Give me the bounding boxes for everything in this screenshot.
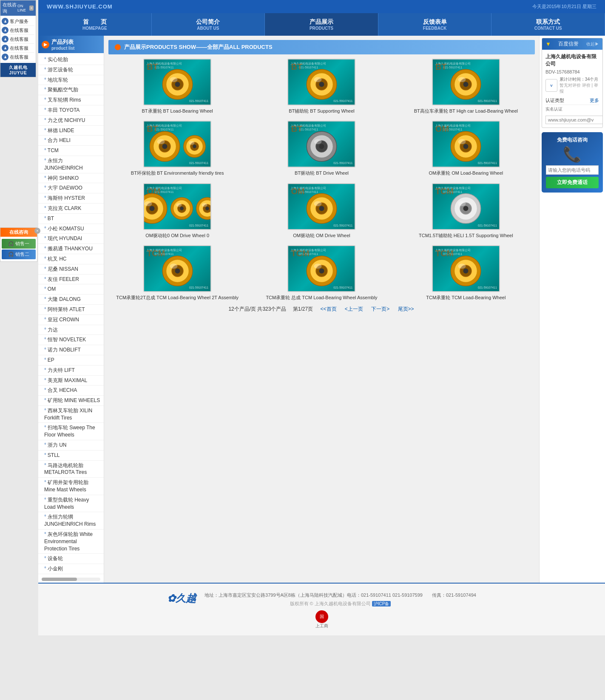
product-name-6: OM驱动轮0 OM Drive Wheel 0 — [108, 232, 246, 239]
sidebar-scrollbar[interactable] — [42, 578, 100, 581]
sidebar-item-11[interactable]: 神冈 SHINKO — [38, 173, 104, 184]
sidebar-item-27[interactable]: 恒智 NOVELTEK — [38, 335, 104, 345]
sidebar-item-3[interactable]: 聚氨酯空气胎 — [38, 85, 104, 95]
sidebar-item-26[interactable]: 力达 — [38, 325, 104, 335]
nav-about[interactable]: 公司简介 ABOUT US — [152, 13, 265, 36]
search-input[interactable] — [545, 116, 603, 124]
sidebar-item-4[interactable]: 叉车轮辋 Rims — [38, 95, 104, 105]
nav-contact[interactable]: 联系方式 CONTACT US — [491, 13, 605, 36]
sidebar-item-42[interactable]: 灰色环保轮胎 White Environmental Protection Ti… — [38, 530, 104, 554]
sidebar-item-30[interactable]: 力夫特 LIFT — [38, 366, 104, 376]
sidebar-item-10[interactable]: 永恒力 JUNGHEINRICH — [38, 156, 104, 173]
product-item-8[interactable]: 上海久越机电设备有限公司 021-59107411TCM021-59107411… — [397, 183, 535, 239]
sidebar-item-44[interactable]: 小金刚 — [38, 564, 104, 574]
sidebar-item-20[interactable]: 尼桑 NISSAN — [38, 264, 104, 275]
sidebar-item-35[interactable]: 扫地车轮 Sweep The Floor Wheels — [38, 423, 104, 440]
nav-feedback[interactable]: 反馈表单 FEEDBACK — [378, 13, 492, 36]
sidebar-item-16[interactable]: 小松 KOMATSU — [38, 224, 104, 234]
sidebar-item-41[interactable]: 永恒力轮辋 JUNGHEINRICH Rims — [38, 512, 104, 530]
sidebar-item-0[interactable]: 实心轮胎 — [38, 55, 104, 65]
last-page-link[interactable]: 尾页>> — [398, 306, 414, 312]
consult-close-button[interactable]: × — [34, 228, 40, 234]
consult-sales-2[interactable]: 🎧 销售二 — [2, 249, 36, 259]
chat-close-button[interactable]: × — [29, 6, 34, 11]
product-item-6[interactable]: 上海久越机电设备有限公司 021-59107411OM021-59107411O… — [108, 183, 246, 239]
svg-point-28 — [319, 144, 324, 149]
sidebar-item-40[interactable]: 重型负载轮 Heavy Load Wheels — [38, 495, 104, 513]
sidebar-item-1[interactable]: 游艺设备轮 — [38, 65, 104, 75]
product-item-0[interactable]: 上海久越机电设备有限公司 021-59107411BT021-59107411B… — [108, 59, 246, 114]
sidebar-item-34[interactable]: 西林叉车轮胎 XILIN Forklift Tires — [38, 406, 104, 423]
sidebar-item-23[interactable]: 大隆 DALONG — [38, 295, 104, 305]
no-review-text: 暂无对评价 评价 | 举报 — [560, 82, 599, 94]
chat-online-4[interactable]: ♟ 在线客服 — [2, 53, 34, 62]
sidebar-item-8[interactable]: 合力 HELI — [38, 136, 104, 146]
prev-page-link[interactable]: <上一页 — [345, 306, 363, 312]
product-item-9[interactable]: 上海久越机电设备有限公司 021-59107411TCM021-59107411… — [108, 245, 246, 301]
sidebar-item-14[interactable]: 克拉克 CLARK — [38, 204, 104, 214]
sidebar-item-5[interactable]: 丰田 TOYOTA — [38, 105, 104, 116]
svg-point-74 — [458, 264, 466, 269]
chat-item-1-label: 在线客服 — [10, 27, 28, 34]
sidebar-item-9[interactable]: TCM — [38, 146, 104, 156]
customer-service-icon: ♟ — [2, 18, 9, 25]
cert-more-link[interactable]: 更多 — [590, 97, 599, 104]
first-page-link[interactable]: <<首页 — [321, 306, 337, 312]
footer-logo: ✿久越 — [167, 592, 196, 605]
product-item-3[interactable]: 上海久越机电设备有限公司 021-59107411BT021-59107411B… — [108, 121, 246, 176]
sidebar-item-19[interactable]: 杭叉 HC — [38, 254, 104, 264]
sidebar-item-39[interactable]: 矿用井架专用轮胎 Mine Mast Wheels — [38, 478, 104, 495]
product-item-2[interactable]: 上海久越机电设备有限公司 021-59107411BT021-59107411B… — [397, 59, 535, 114]
baidu-box: ▼ 百度信誉 收起▶ 上海久越机电设备有限公司 BDV-157688784 V … — [542, 38, 603, 128]
chat-customer-service[interactable]: ♟ 客户服务 — [2, 17, 34, 26]
svg-point-9 — [314, 77, 321, 82]
chat-online-2[interactable]: ♟ 在线客服 — [2, 35, 34, 44]
svg-point-19 — [157, 139, 165, 144]
sidebar-item-13[interactable]: 海斯特 HYSTER — [38, 193, 104, 204]
sidebar-item-37[interactable]: STLL — [38, 451, 104, 461]
sidebar-item-31[interactable]: 美克斯 MAXIMAL — [38, 376, 104, 386]
sidebar-item-18[interactable]: 搬易通 THANKYOU — [38, 244, 104, 254]
nav-home[interactable]: 首 页 HOMEPAGE — [38, 13, 152, 36]
sidebar-title-text: 产品列表 product list — [51, 38, 74, 51]
chat-online-1[interactable]: ♟ 在线客服 — [2, 26, 34, 35]
call-button[interactable]: 立即免费通话 — [546, 177, 599, 188]
nav-products[interactable]: 产品展示 PRODUCTS — [265, 13, 378, 36]
chat-online-3[interactable]: ♟ 在线客服 — [2, 44, 34, 53]
baidu-header: ▼ 百度信誉 收起▶ — [542, 38, 602, 50]
product-item-4[interactable]: 上海久越机电设备有限公司 021-59107411BT021-59107411B… — [253, 121, 390, 176]
icp-link[interactable]: 沪ICP备 — [372, 601, 391, 606]
sidebar-item-28[interactable]: 诺力 NOBLIFT — [38, 345, 104, 355]
product-item-5[interactable]: 上海久越机电设备有限公司 021-59107411OM021-59107411O… — [397, 121, 535, 176]
sidebar-item-38[interactable]: 马路达电机轮胎 METALROTA Tires — [38, 461, 104, 478]
sidebar-item-17[interactable]: 现代 HYUNDAI — [38, 234, 104, 244]
product-item-1[interactable]: 上海久越机电设备有限公司 021-59107411BT021-59107411B… — [253, 59, 390, 114]
cert-type-label: 认证类型 — [545, 97, 564, 104]
sidebar-item-32[interactable]: 合叉 HECHA — [38, 385, 104, 396]
sidebar-item-43[interactable]: 设备轮 — [38, 554, 104, 564]
sidebar-item-29[interactable]: EP — [38, 355, 104, 366]
sidebar-item-22[interactable]: OM — [38, 284, 104, 295]
sidebar-item-21[interactable]: 友佳 FEELER — [38, 275, 104, 285]
product-item-10[interactable]: 上海久越机电设备有限公司 021-59107411TCM021-59107411… — [253, 245, 390, 301]
svg-point-18 — [162, 144, 167, 149]
sidebar-item-2[interactable]: 地坑车轮 — [38, 75, 104, 85]
sidebar-item-25[interactable]: 皇冠 CROWN — [38, 315, 104, 325]
sidebar-item-7[interactable]: 林德 LINDE — [38, 126, 104, 136]
sidebar-item-24[interactable]: 阿特莱特 ATLET — [38, 305, 104, 315]
sidebar-item-12[interactable]: 大宇 DAEWOO — [38, 183, 104, 193]
phone-input[interactable] — [546, 165, 599, 175]
product-item-11[interactable]: 上海久越机电设备有限公司 021-59107411TCM021-59107411… — [397, 245, 535, 301]
product-item-7[interactable]: 上海久越机电设备有限公司 021-59107411OM021-59107411O… — [253, 183, 390, 239]
sidebar-item-15[interactable]: BT — [38, 214, 104, 224]
consult-sales-1[interactable]: 🎧 销售一 — [2, 239, 36, 249]
product-name-2: BT高位车承重轮 BT High car Load-Bearing Wheel — [397, 108, 535, 114]
baidu-more-button[interactable]: 收起▶ — [586, 41, 599, 47]
product-name-9: TCM承重轮2T总成 TCM Load-Bearing Wheel 2T Ass… — [108, 295, 246, 301]
sidebar-item-33[interactable]: 矿用轮 MINE WHEELS — [38, 396, 104, 406]
sidebar-item-36[interactable]: 浙力 UN — [38, 440, 104, 451]
sidebar-item-6[interactable]: 力之优 NICHIYU — [38, 116, 104, 126]
baidu-content: 上海久越机电设备有限公司 BDV-157688784 V 累计计时间：34个月 … — [542, 50, 602, 128]
online-2-icon: ♟ — [2, 36, 9, 43]
next-page-link[interactable]: 下一页> — [371, 306, 389, 312]
